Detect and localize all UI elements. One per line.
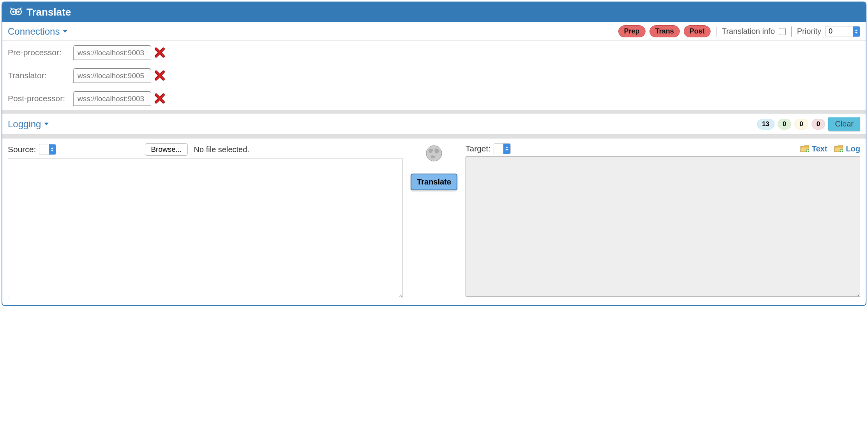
header-bar: Translate: [2, 2, 866, 22]
browse-button[interactable]: Browse...: [145, 143, 187, 156]
svg-point-3: [18, 11, 20, 13]
close-icon[interactable]: [154, 70, 165, 81]
postprocessor-row: Post-processor:: [2, 87, 866, 110]
postprocessor-input[interactable]: [73, 91, 151, 106]
close-icon[interactable]: [154, 47, 165, 58]
source-textarea[interactable]: [8, 158, 402, 298]
translate-button[interactable]: Translate: [411, 174, 457, 190]
error-count[interactable]: 0: [812, 119, 825, 130]
target-head: Target: Text: [466, 143, 860, 154]
file-status: No file selected.: [194, 145, 249, 154]
app-container: Translate Connections Prep Trans Post Tr…: [2, 2, 866, 306]
translator-input[interactable]: [73, 68, 151, 83]
connections-head: Connections Prep Trans Post Translation …: [2, 22, 866, 41]
connections-toggle[interactable]: Connections: [8, 26, 67, 37]
divider: [716, 26, 716, 37]
svg-point-2: [12, 11, 15, 13]
target-lang-select[interactable]: [494, 143, 511, 154]
source-column: Source: Browse... No file selected.: [8, 143, 402, 298]
source-label: Source:: [8, 145, 36, 154]
caret-down-icon: [44, 123, 49, 125]
main-area: Source: Browse... No file selected. Tran…: [2, 139, 866, 305]
connections-title: Connections: [8, 26, 60, 37]
middle-column: Translate: [409, 143, 459, 298]
log-download-link[interactable]: Log: [834, 144, 860, 153]
target-tools: Text Log: [800, 144, 860, 153]
postprocessor-label: Post-processor:: [8, 94, 70, 103]
target-column: Target: Text: [466, 143, 860, 298]
logging-section: Logging 13 0 0 0 Clear: [2, 114, 866, 139]
preprocessor-input[interactable]: [73, 45, 151, 60]
preprocessor-row: Pre-processor:: [2, 41, 866, 64]
logging-title: Logging: [8, 119, 41, 130]
target-textarea[interactable]: [466, 156, 860, 297]
owl-icon: [10, 7, 22, 18]
connections-section: Connections Prep Trans Post Translation …: [2, 22, 866, 114]
folder-icon: [834, 145, 843, 153]
clear-button[interactable]: Clear: [828, 117, 860, 131]
connections-tools: Prep Trans Post Translation info Priorit…: [618, 25, 860, 37]
logging-toggle[interactable]: Logging: [8, 119, 49, 130]
log-link-label: Log: [846, 144, 860, 153]
folder-icon: [800, 145, 810, 153]
priority-wrap: [825, 26, 860, 37]
translator-label: Translator:: [8, 71, 70, 80]
divider: [791, 26, 792, 37]
trans-pill[interactable]: Trans: [649, 25, 680, 37]
preprocessor-label: Pre-processor:: [8, 48, 70, 57]
prep-pill[interactable]: Prep: [618, 25, 646, 37]
translator-row: Translator:: [2, 64, 866, 87]
priority-spinner[interactable]: [853, 26, 860, 37]
source-lang-select[interactable]: [39, 144, 56, 155]
app-title: Translate: [26, 6, 71, 18]
translation-info-checkbox[interactable]: [779, 28, 786, 35]
logging-head: Logging 13 0 0 0 Clear: [2, 114, 866, 135]
text-link-label: Text: [812, 144, 827, 153]
svg-point-4: [426, 146, 442, 161]
priority-label: Priority: [797, 27, 821, 36]
text-download-link[interactable]: Text: [800, 144, 827, 153]
warn-count[interactable]: 0: [794, 119, 808, 130]
logging-tools: 13 0 0 0 Clear: [757, 117, 860, 131]
post-pill[interactable]: Post: [684, 25, 711, 37]
translation-info-label: Translation info: [722, 27, 775, 36]
close-icon[interactable]: [154, 93, 165, 104]
target-label: Target:: [466, 144, 490, 153]
source-head: Source: Browse... No file selected.: [8, 143, 402, 156]
caret-down-icon: [63, 30, 67, 33]
success-count[interactable]: 0: [778, 119, 791, 130]
globe-icon: [425, 145, 443, 162]
info-count[interactable]: 13: [757, 119, 774, 130]
